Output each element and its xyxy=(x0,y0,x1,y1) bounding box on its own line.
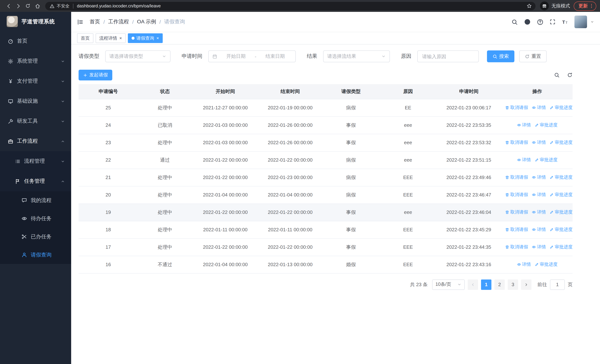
cell-end-time: 2022-01-22 00:00:00 xyxy=(259,204,322,221)
tab-process-detail[interactable]: 流程详情× xyxy=(96,33,126,43)
search-icon[interactable] xyxy=(511,19,518,25)
bookmark-star-icon[interactable] xyxy=(525,2,533,10)
reset-button[interactable]: 重置 xyxy=(519,50,547,62)
page-button-1[interactable]: 1 xyxy=(481,279,491,290)
toggle-search-icon[interactable] xyxy=(554,72,560,78)
cancel-leave-link[interactable]: 取消请假 xyxy=(505,226,528,233)
sidebar-item-my-process[interactable]: 我的流程 xyxy=(0,191,71,209)
sidebar-item-done-task[interactable]: 已办任务 xyxy=(0,228,71,246)
approval-progress-link[interactable]: 审批进度 xyxy=(534,122,558,128)
tab-home[interactable]: 首页 xyxy=(77,33,94,43)
next-page-button[interactable] xyxy=(521,279,531,290)
sidebar-item-payment[interactable]: 支付管理 xyxy=(0,71,71,91)
goto-page-input[interactable] xyxy=(550,279,565,290)
detail-link[interactable]: 详情 xyxy=(517,157,531,163)
reason-input[interactable] xyxy=(417,50,479,62)
cell-id: 19 xyxy=(79,204,138,221)
create-leave-button[interactable]: 发起请假 xyxy=(79,70,112,80)
detail-link[interactable]: 详情 xyxy=(532,104,546,111)
tab-label: 流程详情 xyxy=(99,35,117,41)
apply-time-label: 申请时间 xyxy=(182,53,202,60)
sidebar-collapse-button[interactable] xyxy=(77,19,83,25)
update-label: 更新 xyxy=(579,3,588,9)
update-button[interactable]: 更新 xyxy=(574,1,596,10)
cell-reason: EEE xyxy=(380,221,436,238)
security-label[interactable]: 不安全 xyxy=(57,3,69,9)
approval-progress-link[interactable]: 审批进度 xyxy=(550,226,572,233)
home-button[interactable] xyxy=(33,1,42,11)
reload-button[interactable] xyxy=(23,1,33,11)
cancel-leave-link[interactable]: 取消请假 xyxy=(505,174,528,180)
sidebar-item-leave-query[interactable]: 请假查询 xyxy=(0,246,71,264)
chevron-down-icon[interactable] xyxy=(590,20,594,24)
approval-progress-link[interactable]: 审批进度 xyxy=(550,104,572,111)
prev-page-button[interactable] xyxy=(468,279,478,290)
cell-id: 20 xyxy=(79,186,138,204)
refresh-table-icon[interactable] xyxy=(567,72,572,78)
sidebar-item-devtools[interactable]: 研发工具 xyxy=(0,111,71,131)
approval-progress-link[interactable]: 审批进度 xyxy=(550,192,572,198)
detail-link[interactable]: 详情 xyxy=(517,261,531,268)
fullscreen-icon[interactable] xyxy=(550,19,555,25)
cancel-leave-link[interactable]: 取消请假 xyxy=(505,244,528,250)
url-text[interactable]: dashboard.yudao.iocoder.cn/bpm/oa/leave xyxy=(77,3,525,9)
cell-status: 处理中 xyxy=(138,204,192,221)
leave-type-select[interactable]: 请选择请假类型 xyxy=(105,50,170,62)
breadcrumb-item[interactable]: 首页 xyxy=(90,19,100,25)
approval-progress-link[interactable]: 审批进度 xyxy=(550,174,572,180)
back-button[interactable] xyxy=(4,1,13,11)
cancel-leave-link[interactable]: 取消请假 xyxy=(505,139,528,146)
detail-link[interactable]: 详情 xyxy=(532,209,546,215)
sidebar-item-system[interactable]: 系统管理 xyxy=(0,51,71,71)
detail-link[interactable]: 详情 xyxy=(532,192,546,198)
result-label: 结果 xyxy=(307,53,317,60)
approval-progress-link[interactable]: 审批进度 xyxy=(534,157,558,163)
cell-reason: EEE xyxy=(380,169,436,186)
close-icon[interactable]: × xyxy=(119,36,122,40)
cell-actions: 详情审批进度 xyxy=(502,151,572,169)
table-row: 20处理中2022-01-04 00:00:002022-01-04 00:00… xyxy=(79,186,572,204)
detail-link[interactable]: 详情 xyxy=(532,226,546,233)
help-icon[interactable] xyxy=(537,19,543,25)
cancel-leave-link[interactable]: 取消请假 xyxy=(505,104,528,111)
tab-leave-query[interactable]: 请假查询× xyxy=(128,33,163,43)
approval-progress-link[interactable]: 审批进度 xyxy=(534,261,558,268)
detail-link[interactable]: 详情 xyxy=(532,174,546,180)
avatar[interactable] xyxy=(574,16,587,28)
chat-icon xyxy=(21,197,27,203)
sidebar-item-todo-task[interactable]: 待办任务 xyxy=(0,209,71,228)
approval-progress-link[interactable]: 审批进度 xyxy=(550,244,572,250)
cancel-leave-link[interactable]: 取消请假 xyxy=(505,192,528,198)
approval-progress-link[interactable]: 审批进度 xyxy=(550,139,572,146)
cell-actions: 详情审批进度 xyxy=(502,116,572,134)
menu-dots-icon[interactable] xyxy=(589,3,594,9)
detail-link[interactable]: 详情 xyxy=(517,122,531,128)
cell-end-time: 2022-01-19 00:00:00 xyxy=(259,99,322,116)
font-size-icon[interactable]: TT xyxy=(562,19,568,25)
breadcrumb-item[interactable]: OA 示例 xyxy=(137,19,156,25)
sidebar-item-process-mgmt[interactable]: 流程管理 xyxy=(0,151,71,171)
address-bar[interactable]: 不安全 dashboard.yudao.iocoder.cn/bpm/oa/le… xyxy=(45,2,535,10)
sidebar-item-home[interactable]: 首页 xyxy=(0,31,71,51)
github-icon[interactable] xyxy=(524,19,531,25)
forward-button[interactable] xyxy=(13,1,23,11)
breadcrumb-item[interactable]: 工作流程 xyxy=(108,19,129,25)
cell-id: 24 xyxy=(79,116,138,134)
sidebar-item-workflow[interactable]: 工作流程 xyxy=(0,131,71,151)
result-select[interactable]: 请选择流结果 xyxy=(323,50,390,62)
sidebar-item-infra[interactable]: 基础设施 xyxy=(0,91,71,111)
cell-id: 23 xyxy=(79,134,138,151)
page-button-3[interactable]: 3 xyxy=(508,279,518,290)
detail-link[interactable]: 详情 xyxy=(532,139,546,146)
search-button[interactable]: 搜索 xyxy=(487,50,514,62)
page-size-select[interactable]: 10条/页 xyxy=(432,279,465,290)
sidebar-item-task-mgmt[interactable]: 任务管理 xyxy=(0,171,71,191)
chevron-up-icon xyxy=(61,139,65,143)
cell-end-time: 2022-01-26 00:00:00 xyxy=(259,116,322,134)
close-icon[interactable]: × xyxy=(156,36,159,40)
apply-time-range-picker[interactable]: 开始日期 - 结束日期 xyxy=(208,50,296,62)
approval-progress-link[interactable]: 审批进度 xyxy=(550,209,572,215)
page-button-2[interactable]: 2 xyxy=(494,279,505,290)
detail-link[interactable]: 详情 xyxy=(532,244,546,250)
cancel-leave-link[interactable]: 取消请假 xyxy=(505,209,528,215)
